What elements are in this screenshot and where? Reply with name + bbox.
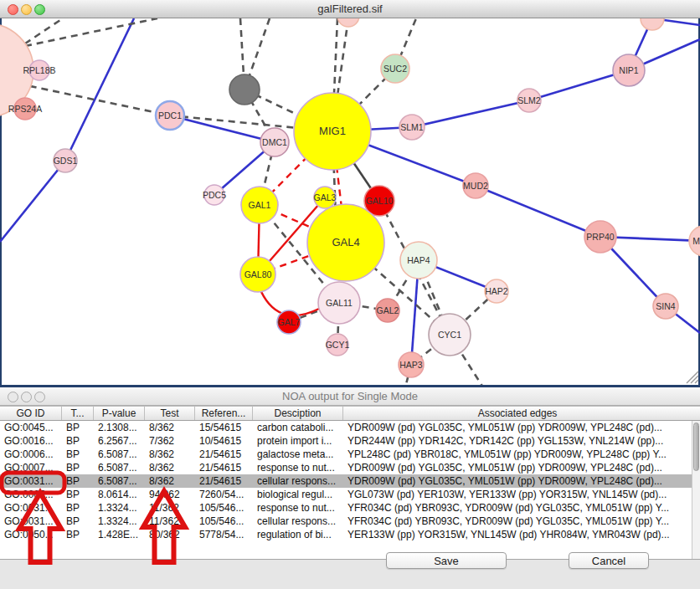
- node-label-GAL2: GAL2: [377, 305, 399, 315]
- table-row-1[interactable]: GO:0016...BP6.2567...7/36210/54615protei…: [0, 434, 692, 448]
- column-header-6[interactable]: Associated edges: [343, 407, 692, 420]
- network-edge: [412, 100, 529, 127]
- table-body: GO:0045...BP2.1308...8/36215/54615carbon…: [0, 421, 692, 559]
- node-label-RPL18B: RPL18B: [23, 65, 55, 75]
- node-label-GAL7: GAL7: [278, 317, 301, 327]
- scrollbar-thumb[interactable]: [693, 423, 699, 471]
- table-cell: 105/546...: [195, 515, 253, 528]
- resize-grip-icon[interactable]: [691, 376, 698, 383]
- table-cell: YFR034C (pd) YBR093C, YDR009W (pd) YGL03…: [343, 501, 692, 515]
- resize-grip-icon[interactable]: [695, 380, 698, 383]
- table-cell: carbon cataboli...: [253, 421, 343, 434]
- node-label-GAL11: GAL11: [326, 298, 353, 308]
- table-cell: 80/362: [145, 528, 195, 541]
- table-row-5[interactable]: GO:0065...BP8.0614...94/3627260/54...bio…: [0, 488, 692, 501]
- table-cell: 10/54615: [195, 434, 253, 448]
- table-cell: regulation of bi...: [253, 528, 343, 541]
- node-label-PRP40: PRP40: [586, 232, 614, 242]
- node-label-SIN4: SIN4: [656, 301, 676, 311]
- table-cell: cellular respons...: [253, 515, 343, 528]
- node-label-MUD2: MUD2: [463, 181, 488, 191]
- column-header-3[interactable]: Test: [145, 407, 195, 420]
- node-label-GAL10: GAL10: [366, 196, 394, 206]
- save-button[interactable]: Save: [386, 552, 507, 569]
- node-label-GDS1: GDS1: [54, 156, 78, 166]
- network-edge: [65, 18, 134, 161]
- noa-output-window: NOA output for Single Mode GO IDT...P-va…: [0, 387, 700, 589]
- column-header-1[interactable]: T...: [62, 407, 94, 420]
- table-cell: 8/362: [145, 448, 195, 461]
- node-label-HAP2: HAP2: [485, 286, 508, 296]
- table-cell: 8/362: [145, 461, 195, 474]
- network-canvas[interactable]: RPL18BRPS24AGDS1PDC1DMC1MIG1SUC2SLM1NIP1…: [0, 18, 700, 387]
- table-cell: YDR009W (pd) YGL035C, YML051W (pp) YDR00…: [343, 461, 692, 474]
- table-cell: 5778/54...: [195, 528, 253, 541]
- table-cell: 2.1308...: [94, 421, 145, 434]
- table-cell: cellular respons...: [253, 474, 343, 488]
- table-cell: BP: [62, 501, 94, 515]
- network-window-titlebar[interactable]: galFiltered.sif: [0, 0, 700, 18]
- table-cell: YDR244W (pp) YDR142C, YDR142C (pp) YGL15…: [343, 434, 692, 448]
- table-cell: 21/54615: [195, 461, 253, 474]
- table-cell: 11/362: [145, 515, 195, 528]
- column-header-4[interactable]: Referen...: [195, 407, 253, 420]
- node-label-MSL1: MSL1: [692, 236, 700, 246]
- table-cell: BP: [62, 528, 94, 541]
- network-edge: [170, 115, 275, 142]
- table-cell: BP: [62, 488, 94, 501]
- node-label-SLM1: SLM1: [400, 122, 424, 132]
- node-label-RPS24A: RPS24A: [8, 104, 42, 114]
- network-node-top-node-right[interactable]: [641, 18, 664, 30]
- table-cell: GO:0031...: [0, 474, 62, 488]
- table-cell: BP: [62, 474, 94, 488]
- node-label-SLM2: SLM2: [517, 95, 541, 105]
- vertical-scrollbar[interactable]: [692, 421, 700, 559]
- network-node-gray-node[interactable]: [229, 74, 260, 105]
- cancel-button[interactable]: Cancel: [569, 552, 649, 569]
- table-cell: BP: [62, 434, 94, 448]
- table-cell: 1.3324...: [94, 501, 145, 515]
- column-header-0[interactable]: GO ID: [0, 407, 62, 420]
- table-row-4[interactable]: GO:0031...BP6.5087...8/36221/54615cellul…: [0, 474, 692, 488]
- node-label-GAL3: GAL3: [314, 192, 337, 202]
- table-cell: YPL248C (pd) YBR018C, YML051W (pp) YDR00…: [343, 448, 692, 461]
- node-label-GCY1: GCY1: [326, 340, 350, 350]
- network-edge: [476, 186, 600, 237]
- table-cell: 8/362: [145, 474, 195, 488]
- table-cell: 105/546...: [195, 501, 253, 515]
- table-row-3[interactable]: GO:0007...BP6.5087...8/36221/54615respon…: [0, 461, 692, 474]
- node-label-GAL4: GAL4: [332, 236, 359, 248]
- table-cell: galactose meta...: [253, 448, 343, 461]
- noa-window-title: NOA output for Single Mode: [0, 387, 700, 406]
- network-edge: [0, 161, 65, 242]
- noa-window-titlebar[interactable]: NOA output for Single Mode: [0, 387, 700, 406]
- network-graph: RPL18BRPS24AGDS1PDC1DMC1MIG1SUC2SLM1NIP1…: [0, 18, 700, 385]
- table-cell: 8/362: [145, 421, 195, 434]
- table-row-0[interactable]: GO:0045...BP2.1308...8/36215/54615carbon…: [0, 421, 692, 434]
- table-cell: BP: [62, 515, 94, 528]
- network-edge: [25, 18, 157, 46]
- table-cell: response to nut...: [253, 461, 343, 474]
- network-node-top-node-mid[interactable]: [337, 18, 359, 27]
- table-row-6[interactable]: GO:0031...BP1.3324...11/362105/546...res…: [0, 501, 692, 515]
- table-row-8[interactable]: GO:0050...BP1.428E...80/3625778/54...reg…: [0, 528, 692, 541]
- table-cell: 7260/54...: [195, 488, 253, 501]
- table-cell: BP: [62, 448, 94, 461]
- table-cell: GO:0045...: [0, 421, 62, 434]
- table-cell: 6.2567...: [94, 434, 145, 448]
- table-cell: biological regul...: [253, 488, 343, 501]
- table-row-2[interactable]: GO:0006...BP6.5087...8/36221/54615galact…: [0, 448, 692, 461]
- table-cell: BP: [62, 461, 94, 474]
- table-cell: GO:0031...: [0, 515, 62, 528]
- table-cell: YFR034C (pd) YBR093C, YDR009W (pd) YGL03…: [343, 515, 692, 528]
- node-label-HAP4: HAP4: [407, 255, 430, 265]
- table-row-7[interactable]: GO:0031...BP1.3324...11/362105/546...cel…: [0, 515, 692, 528]
- table-cell: response to nut...: [253, 501, 343, 515]
- node-label-GAL80: GAL80: [244, 269, 272, 279]
- table-header-row: GO IDT...P-valueTestReferen...Desciption…: [0, 406, 700, 421]
- column-header-2[interactable]: P-value: [94, 407, 145, 420]
- table-cell: YDR009W (pd) YGL035C, YML051W (pp) YDR00…: [343, 474, 692, 488]
- table-cell: GO:0006...: [0, 448, 62, 461]
- column-header-5[interactable]: Desciption: [253, 407, 343, 420]
- table-cell: 94/362: [145, 488, 195, 501]
